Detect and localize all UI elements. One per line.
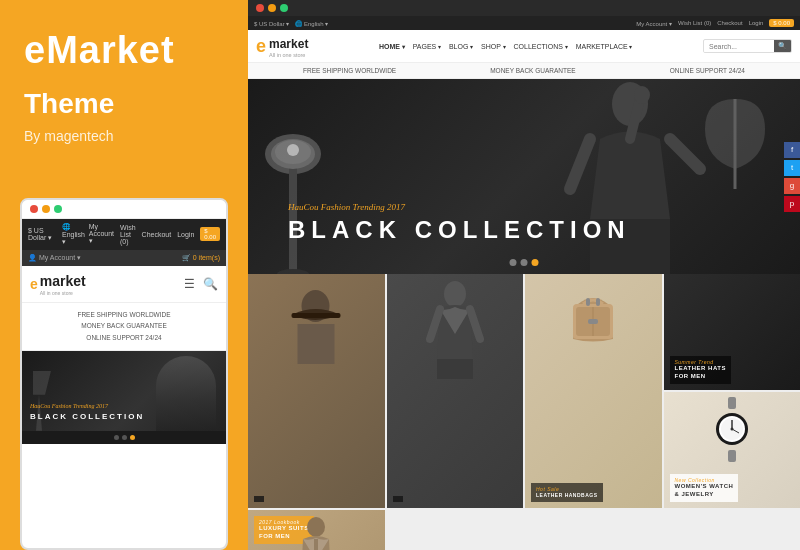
mobile-hero-cursive: HauCou Fashion Trending 2017 — [30, 403, 108, 409]
feature-support: ONLINE SUPPORT 24/24 — [670, 67, 745, 74]
feature-refund: MONEY BACK GUARANTEE — [490, 67, 575, 74]
lamp-silhouette — [263, 104, 323, 274]
mobile-account-link[interactable]: My Account ▾ — [89, 223, 114, 245]
handbags-main-label: Hot Sale LEATHER HANDBAGS — [531, 483, 603, 502]
mobile-feature-refund: MONEY BACK GUARANTEE — [30, 320, 218, 332]
mobile-features: FREE SHIPPING WORLDWIDE MONEY BACK GUARA… — [22, 303, 226, 351]
pinterest-icon[interactable]: p — [784, 196, 800, 212]
leather-hats-tag: Summer Trend — [675, 359, 726, 366]
svg-rect-26 — [728, 397, 736, 409]
desktop-logo[interactable]: e market All in one store — [256, 34, 308, 58]
desktop-logo-sub: All in one store — [269, 52, 308, 58]
svg-rect-24 — [586, 298, 590, 306]
desktop-hero: HauCou Fashion Trending 2017 BLACK COLLE… — [248, 79, 800, 274]
mobile-dot-1[interactable] — [114, 435, 119, 440]
nav-marketplace[interactable]: MARKETPLACE — [576, 43, 633, 50]
mobile-dot-yellow — [42, 205, 50, 213]
mobile-checkout-link[interactable]: Checkout — [142, 231, 172, 238]
grid-item-leather-hats[interactable]: Summer Trend LEATHER HATSFOR MEN — [664, 274, 801, 390]
mobile-language: 🌐 English ▾ — [62, 223, 89, 246]
leather-hats-label: Summer Trend LEATHER HATSFOR MEN — [670, 356, 731, 384]
grid-item-hats[interactable] — [248, 274, 385, 508]
nav-collections[interactable]: COLLECTIONS — [514, 43, 568, 50]
mobile-cart-badge[interactable]: $ 0.00 — [200, 227, 220, 241]
hero-main-title: BLACK COLLECTION — [288, 216, 631, 244]
hats-label — [254, 496, 264, 502]
mobile-dot-2[interactable] — [122, 435, 127, 440]
desktop-nav-links: HOME PAGES BLOG SHOP COLLECTIONS MARKETP… — [379, 43, 632, 50]
desktop-wishlist-link[interactable]: Wish List (0) — [678, 20, 711, 26]
mobile-logo-bar: e market All in one store ☰ 🔍 — [22, 266, 226, 303]
mobile-menu-icons[interactable]: ☰ 🔍 — [184, 277, 218, 291]
search-input[interactable] — [704, 41, 774, 52]
svg-point-34 — [307, 517, 325, 537]
mobile-feature-support: ONLINE SUPPORT 24/24 — [30, 332, 218, 344]
mobile-logo-text: market — [40, 273, 86, 289]
desktop-top-toolbar: $ US Dollar ▾ 🌐 English ▾ My Account ▾ W… — [248, 16, 800, 30]
nav-pages[interactable]: PAGES — [413, 43, 441, 50]
twitter-icon[interactable]: t — [784, 160, 800, 176]
mobile-dot-green — [54, 205, 62, 213]
grid-item-suits-main[interactable] — [387, 274, 524, 508]
mobile-preview: $ US Dollar ▾ 🌐 English ▾ My Account ▾ W… — [20, 198, 228, 550]
google-icon[interactable]: g — [784, 178, 800, 194]
mobile-cart-text: 🛒 0 item(s) — [182, 254, 220, 262]
mobile-logo-icon: e — [30, 276, 38, 292]
svg-point-16 — [444, 281, 466, 307]
hero-social-sidebar: f t g p — [784, 142, 800, 212]
desktop-checkout-link[interactable]: Checkout — [717, 20, 742, 26]
hero-dot-2[interactable] — [521, 259, 528, 266]
hero-dot-1[interactable] — [510, 259, 517, 266]
hero-dot-3[interactable] — [532, 259, 539, 266]
svg-line-8 — [570, 139, 590, 189]
svg-point-4 — [287, 144, 299, 156]
left-panel: eMarket Theme By magentech $ US Dollar ▾… — [0, 0, 248, 550]
hamburger-icon[interactable]: ☰ — [184, 277, 195, 291]
mobile-account-text: 👤 My Account ▾ — [28, 254, 81, 262]
nav-shop[interactable]: SHOP — [481, 43, 506, 50]
product-grid: Summer Trend LEATHER HATSFOR MEN — [248, 274, 800, 550]
desktop-logo-icon: e — [256, 36, 266, 57]
mobile-wishlist-link[interactable]: Wish List (0) — [120, 224, 136, 245]
mobile-dot-3[interactable] — [130, 435, 135, 440]
desktop-features-bar: FREE SHIPPING WORLDWIDE MONEY BACK GUARA… — [248, 63, 800, 79]
right-panel: $ US Dollar ▾ 🌐 English ▾ My Account ▾ W… — [248, 0, 800, 550]
suits-main-label — [393, 496, 403, 502]
feature-shipping: FREE SHIPPING WORLDWIDE — [303, 67, 396, 74]
facebook-icon[interactable]: f — [784, 142, 800, 158]
mobile-currency: $ US Dollar ▾ — [28, 227, 56, 242]
nav-home[interactable]: HOME — [379, 43, 405, 50]
mobile-login-link[interactable]: Login — [177, 231, 194, 238]
grid-item-luxury-suits[interactable]: 2017 Lookbook LUXURY SUITSFOR MEN — [248, 510, 385, 550]
hot-sale-tag: Hot Sale — [536, 486, 598, 493]
desktop-login-link[interactable]: Login — [749, 20, 764, 26]
grid-item-handbags-main[interactable]: Hot Sale LEATHER HANDBAGS — [525, 274, 662, 508]
umbrella-shape — [700, 89, 770, 189]
svg-rect-17 — [437, 359, 473, 379]
mobile-account-bar: 👤 My Account ▾ 🛒 0 item(s) — [22, 250, 226, 266]
grid-item-watches[interactable]: New Collection WOMEN'S WATCH& JEWELRY — [664, 392, 801, 508]
svg-line-9 — [670, 139, 700, 169]
mobile-browser-bar — [22, 200, 226, 219]
mobile-feature-shipping: FREE SHIPPING WORLDWIDE — [30, 309, 218, 321]
browser-dot-red — [256, 4, 264, 12]
svg-rect-23 — [588, 319, 598, 324]
desktop-currency[interactable]: $ US Dollar ▾ — [254, 20, 289, 27]
desktop-search[interactable]: 🔍 — [703, 39, 792, 53]
watches-label: New Collection WOMEN'S WATCH& JEWELRY — [670, 474, 739, 502]
svg-rect-25 — [596, 298, 600, 306]
mobile-hero: HauCou Fashion Trending 2017 BLACK COLLE… — [22, 351, 226, 431]
search-icon[interactable]: 🔍 — [203, 277, 218, 291]
svg-point-11 — [634, 86, 650, 104]
nav-blog[interactable]: BLOG — [449, 43, 473, 50]
desktop-cart-badge[interactable]: $ 0.00 — [769, 19, 794, 27]
by-label: By magentech — [24, 128, 224, 144]
browser-dot-green — [280, 4, 288, 12]
search-button[interactable]: 🔍 — [774, 40, 791, 52]
theme-label: Theme — [24, 88, 224, 120]
desktop-language[interactable]: 🌐 English ▾ — [295, 20, 328, 27]
desktop-account-link[interactable]: My Account ▾ — [636, 20, 672, 27]
hero-cursive-subtitle: HauCou Fashion Trending 2017 — [288, 202, 631, 212]
mobile-slide-dots — [22, 431, 226, 444]
brand-title: eMarket — [24, 30, 224, 72]
